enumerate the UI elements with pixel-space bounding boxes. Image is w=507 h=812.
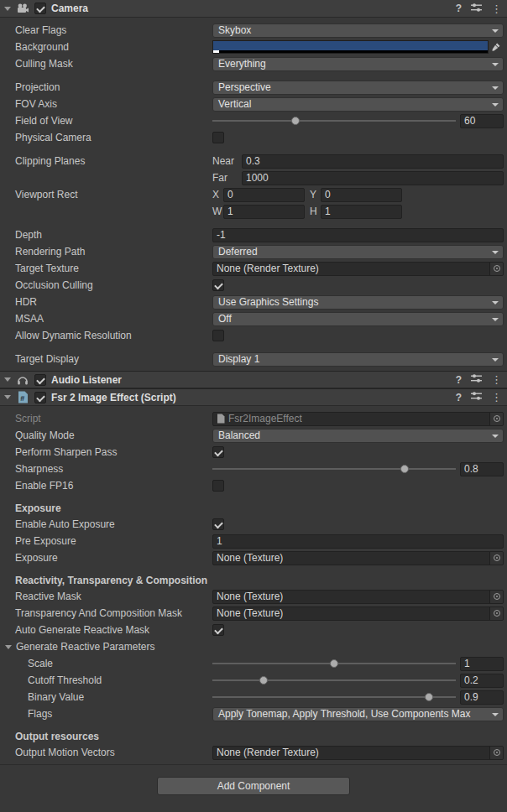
sharpness-slider[interactable] <box>212 462 456 476</box>
physical-camera-checkbox[interactable] <box>212 132 224 143</box>
auto-generate-reactive-mask-checkbox[interactable] <box>212 624 224 636</box>
dropdown-value: Apply Tonemap, Apply Threshold, Use Comp… <box>218 708 470 720</box>
clear-flags-dropdown[interactable]: Skybox <box>212 23 504 38</box>
audio-listener-title: Audio Listener <box>51 374 122 386</box>
enable-auto-exposure-checkbox[interactable] <box>212 518 224 530</box>
help-icon[interactable]: ? <box>456 374 462 386</box>
kebab-menu-icon[interactable]: ⋮ <box>491 3 502 15</box>
flags-dropdown[interactable]: Apply Tonemap, Apply Threshold, Use Comp… <box>212 707 504 721</box>
far-field[interactable]: 1000 <box>242 171 504 185</box>
property-label: Generate Reactive Parameters <box>16 641 154 653</box>
near-label: Near <box>212 155 242 167</box>
binary-value-value[interactable]: 0.9 <box>460 690 504 705</box>
foldout-open-icon[interactable] <box>4 7 11 11</box>
target-display-row: Target Display Display 1 <box>0 351 507 367</box>
script-icon: # <box>16 391 29 404</box>
cutoff-threshold-slider[interactable] <box>212 674 456 687</box>
exposure-section-header: Exposure <box>0 501 507 516</box>
rendering-path-dropdown[interactable]: Deferred <box>212 245 504 259</box>
culling-mask-row: Culling Mask Everything <box>0 55 507 72</box>
foldout-open-icon[interactable] <box>5 645 12 649</box>
projection-dropdown[interactable]: Perspective <box>212 81 504 95</box>
property-label: Clear Flags <box>0 24 212 36</box>
property-label: Enable FP16 <box>0 480 212 492</box>
dropdown-value: Deferred <box>218 246 258 258</box>
object-picker-icon[interactable] <box>489 552 503 565</box>
output-motion-vectors-field[interactable]: None (Render Texture) <box>212 746 504 760</box>
object-picker-icon[interactable] <box>489 263 503 275</box>
fsr-enabled-checkbox[interactable] <box>34 392 46 403</box>
camera-enabled-checkbox[interactable] <box>34 3 46 14</box>
depth-field[interactable]: -1 <box>212 228 504 242</box>
fov-axis-dropdown[interactable]: Vertical <box>212 97 504 112</box>
pre-exposure-field[interactable]: 1 <box>212 534 504 549</box>
property-label: Depth <box>0 229 212 241</box>
help-icon[interactable]: ? <box>456 3 462 14</box>
scale-slider[interactable] <box>212 657 456 670</box>
cutoff-threshold-value[interactable]: 0.2 <box>460 674 504 688</box>
object-picker-icon[interactable] <box>489 607 503 620</box>
sharpness-value[interactable]: 0.8 <box>460 462 504 476</box>
scale-value[interactable]: 1 <box>460 657 504 671</box>
msaa-dropdown[interactable]: Off <box>212 312 504 326</box>
fsr-properties: Script Fsr2ImageEffect Quality Mode Bala… <box>0 406 507 765</box>
presets-icon[interactable] <box>471 391 482 403</box>
viewport-y-field[interactable]: 0 <box>321 188 402 202</box>
quality-mode-dropdown[interactable]: Balanced <box>212 429 504 443</box>
property-label: Reactive Mask <box>0 591 212 602</box>
viewport-w-field[interactable]: 1 <box>223 205 305 219</box>
viewport-h-field[interactable]: 1 <box>321 205 402 219</box>
rendering-path-row: Rendering Path Deferred <box>0 243 507 260</box>
add-component-button[interactable]: Add Component <box>157 777 350 795</box>
slider-thumb[interactable] <box>330 659 338 668</box>
perform-sharpen-pass-checkbox[interactable] <box>212 446 224 458</box>
enable-fp16-checkbox[interactable] <box>212 480 224 492</box>
headphones-icon <box>16 373 29 387</box>
chevron-down-icon <box>492 63 499 66</box>
fsr-component-header[interactable]: # Fsr 2 Image Effect (Script) ? ⋮ <box>0 388 507 406</box>
occlusion-culling-checkbox[interactable] <box>212 279 224 291</box>
hdr-dropdown[interactable]: Use Graphics Settings <box>212 295 504 310</box>
near-field[interactable]: 0.3 <box>242 154 504 169</box>
presets-icon[interactable] <box>471 3 482 15</box>
field-of-view-value[interactable]: 60 <box>460 114 504 128</box>
script-field[interactable]: Fsr2ImageEffect <box>212 412 504 426</box>
kebab-menu-icon[interactable]: ⋮ <box>491 373 502 386</box>
foldout-open-icon[interactable] <box>4 377 11 382</box>
camera-component-header[interactable]: Camera ? ⋮ <box>0 0 507 18</box>
object-picker-icon[interactable] <box>489 747 503 759</box>
property-label: Sharpness <box>0 463 212 475</box>
target-display-dropdown[interactable]: Display 1 <box>212 352 504 367</box>
slider-thumb[interactable] <box>291 117 300 125</box>
property-label: Script <box>0 413 212 424</box>
camera-properties: Clear Flags Skybox Background Culling Ma… <box>0 18 507 371</box>
foldout-open-icon[interactable] <box>4 395 11 399</box>
slider-thumb[interactable] <box>259 676 268 684</box>
field-of-view-slider[interactable] <box>212 114 456 128</box>
reactive-mask-field[interactable]: None (Texture) <box>212 590 504 604</box>
chevron-down-icon <box>492 301 499 304</box>
background-color-field[interactable] <box>212 40 504 54</box>
audio-listener-enabled-checkbox[interactable] <box>34 374 46 386</box>
presets-icon[interactable] <box>471 373 482 386</box>
physical-camera-row: Physical Camera <box>0 129 507 146</box>
binary-value-slider[interactable] <box>212 690 456 704</box>
object-picker-icon[interactable] <box>489 413 503 425</box>
color-swatch[interactable] <box>212 40 489 54</box>
property-label: Viewport Rect <box>0 189 212 200</box>
allow-dynamic-resolution-checkbox[interactable] <box>212 330 224 341</box>
audio-listener-component-header[interactable]: Audio Listener ? ⋮ <box>0 371 507 388</box>
transparency-mask-field[interactable]: None (Texture) <box>212 606 504 621</box>
viewport-x-field[interactable]: 0 <box>223 188 305 202</box>
eyedropper-icon[interactable] <box>489 40 504 54</box>
exposure-field[interactable]: None (Texture) <box>212 551 504 565</box>
slider-thumb[interactable] <box>400 465 409 473</box>
slider-thumb[interactable] <box>425 693 433 701</box>
kebab-menu-icon[interactable]: ⋮ <box>491 391 502 403</box>
object-picker-icon[interactable] <box>489 591 503 603</box>
chevron-down-icon <box>492 435 499 438</box>
help-icon[interactable]: ? <box>456 392 462 403</box>
culling-mask-dropdown[interactable]: Everything <box>212 57 504 71</box>
sharpness-row: Sharpness 0.8 <box>0 461 507 477</box>
target-texture-field[interactable]: None (Render Texture) <box>212 262 504 276</box>
